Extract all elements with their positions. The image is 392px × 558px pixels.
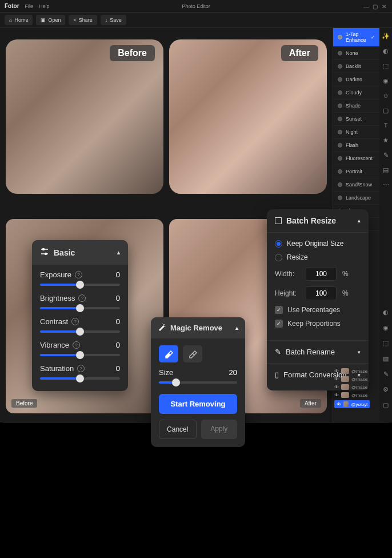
help-icon[interactable]: ?	[77, 365, 85, 372]
open-button[interactable]: ▣Open	[36, 15, 65, 25]
close-icon[interactable]: ✕	[382, 3, 387, 9]
folder-icon: ▣	[41, 17, 46, 23]
tool-icon-5[interactable]: ✎	[383, 370, 389, 378]
enhance-icon[interactable]: ✨	[382, 33, 390, 41]
scene-portrait[interactable]: Portrait	[333, 165, 379, 178]
use-percentages-checkbox[interactable]: ✓ Use Percentages	[275, 306, 361, 314]
slider-thumb[interactable]	[76, 304, 84, 312]
size-slider[interactable]	[159, 381, 237, 384]
slider-thumb[interactable]	[76, 328, 84, 336]
scene-sunset[interactable]: Sunset	[333, 113, 379, 126]
saturation-slider[interactable]	[40, 377, 120, 380]
slider-thumb[interactable]	[76, 351, 84, 359]
slider-thumb[interactable]	[76, 374, 84, 382]
tool-icon-4[interactable]: ▤	[383, 355, 389, 362]
scene-shade[interactable]: Shade	[333, 99, 379, 113]
layer-thumb-icon	[343, 401, 349, 407]
contrast-slider[interactable]	[40, 330, 120, 333]
eye-icon[interactable]: 👁	[334, 385, 339, 390]
basic-header[interactable]: Basic ▴	[32, 240, 128, 265]
basic-title: Basic	[54, 248, 75, 257]
help-icon[interactable]: ?	[71, 318, 79, 325]
magic-header[interactable]: Magic Remove ▴	[151, 317, 245, 338]
scene-dot-icon	[338, 156, 342, 161]
scene-backlit[interactable]: Backlit	[333, 60, 379, 73]
window-controls: — ▢ ✕	[363, 3, 387, 9]
scene-landscape[interactable]: Landscape	[333, 192, 379, 205]
eye-icon[interactable]: 👁	[334, 377, 339, 382]
scene-1tap-enhance[interactable]: 1-Tap Enhance✓	[333, 28, 379, 47]
scene-flash[interactable]: Flash	[333, 139, 379, 152]
cancel-button[interactable]: Cancel	[159, 420, 197, 439]
resize-radio[interactable]: Resize	[275, 253, 361, 261]
eye-icon[interactable]: 👁	[334, 393, 339, 398]
scene-dot-icon	[338, 196, 342, 200]
eye-icon[interactable]: 👁	[337, 402, 341, 407]
effect-icon[interactable]: ◉	[382, 77, 390, 85]
maximize-icon[interactable]: ▢	[373, 3, 378, 9]
slider-thumb[interactable]	[76, 281, 84, 289]
help-icon[interactable]: ?	[75, 271, 82, 278]
slider-thumb[interactable]	[172, 378, 180, 386]
tool-icon-7[interactable]: ▢	[383, 401, 389, 409]
scene-sandsnow[interactable]: Sand/Snow	[333, 178, 379, 192]
batch-resize-header[interactable]: Batch Resize ▴	[267, 209, 369, 233]
layer-thumb-icon	[341, 368, 349, 374]
minimize-icon[interactable]: —	[363, 3, 369, 9]
brightness-slider[interactable]	[40, 307, 120, 309]
frame-icon[interactable]: ▢	[382, 107, 390, 115]
batch-body: Keep Original Size Resize Width: % Heigh…	[267, 233, 369, 340]
scene-none[interactable]: None	[333, 47, 379, 60]
scene-dot-icon	[338, 51, 342, 55]
svg-point-1	[43, 249, 45, 250]
layer-item-active[interactable]: 👁@yoloyl	[334, 400, 370, 408]
batch-rename-section[interactable]: ✎ Batch Rename ▾	[267, 340, 369, 363]
eraser-tool-button[interactable]	[159, 345, 178, 362]
restore-tool-button[interactable]	[183, 345, 202, 362]
keep-original-radio[interactable]: Keep Original Size	[275, 240, 361, 248]
tool-icon-2[interactable]: ◉	[383, 324, 389, 332]
width-input[interactable]	[306, 267, 337, 281]
crop-tool-icon[interactable]: ⬚	[382, 62, 390, 70]
layer-thumb-icon	[341, 376, 349, 382]
layers-icon[interactable]: ▤	[382, 166, 390, 174]
tool-icon-1[interactable]: ◐	[383, 309, 389, 316]
scene-dot-icon	[338, 143, 342, 148]
height-input[interactable]	[306, 286, 337, 300]
apply-button[interactable]: Apply	[201, 420, 238, 439]
menu-help[interactable]: Help	[39, 3, 50, 9]
eye-icon[interactable]: 👁	[334, 369, 339, 374]
beauty-icon[interactable]: ☺	[382, 92, 390, 100]
share-button[interactable]: <Share	[69, 15, 97, 25]
layer-item[interactable]: 👁@rhase	[334, 392, 370, 398]
brush-icon[interactable]: ✎	[382, 152, 390, 160]
help-icon[interactable]: ?	[73, 341, 80, 349]
resize-icon	[275, 217, 282, 224]
save-button[interactable]: ↓Save	[101, 15, 126, 25]
layer-item[interactable]: 👁@rhase	[334, 376, 370, 382]
download-icon: ↓	[105, 17, 108, 23]
tool-icon-3[interactable]: ⬚	[383, 340, 389, 347]
vibrance-slider[interactable]	[40, 354, 120, 356]
layer-thumb-icon	[341, 384, 349, 390]
text-icon[interactable]: T	[382, 122, 390, 130]
more-icon[interactable]: ⋯	[382, 181, 390, 189]
scene-cloudy[interactable]: Cloudy	[333, 86, 379, 99]
scene-fluorescent[interactable]: Fluorescent	[333, 152, 379, 165]
sticker-icon[interactable]: ★	[382, 137, 390, 145]
svg-point-5	[162, 323, 162, 324]
layer-item[interactable]: 👁@rhase	[334, 384, 370, 390]
magic-tools	[151, 338, 245, 366]
scene-night[interactable]: Night	[333, 126, 379, 139]
magic-remove-panel: Magic Remove ▴ Size20 Start Removing Can…	[151, 317, 245, 447]
exposure-slider[interactable]	[40, 284, 120, 286]
home-button[interactable]: ⌂Home	[5, 15, 33, 25]
scene-darken[interactable]: Darken	[333, 73, 379, 86]
help-icon[interactable]: ?	[78, 294, 86, 302]
tool-icon-6[interactable]: ⚙	[383, 386, 389, 393]
adjust-icon[interactable]: ◐	[382, 47, 390, 55]
start-removing-button[interactable]: Start Removing	[159, 394, 237, 414]
keep-proportions-checkbox[interactable]: ✓ Keep Proportions	[275, 320, 361, 328]
menu-file[interactable]: File	[25, 3, 34, 9]
layer-item[interactable]: 👁@rhase	[334, 368, 370, 374]
